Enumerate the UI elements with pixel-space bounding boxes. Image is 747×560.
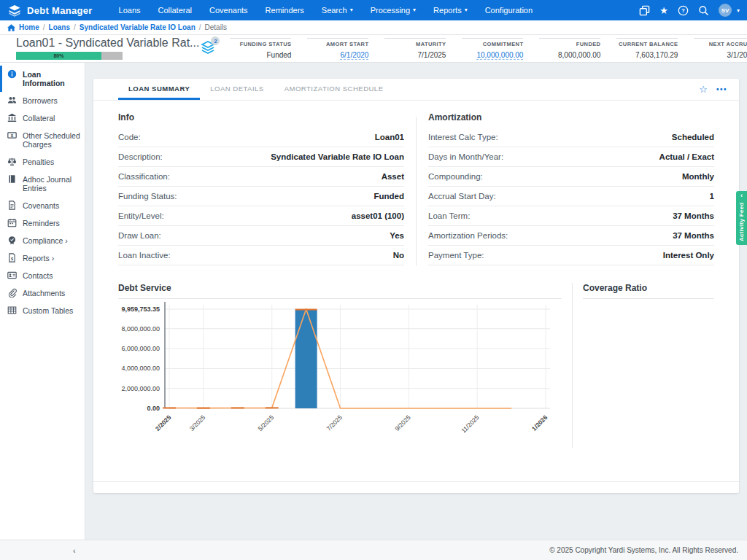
debt-service-section: Debt Service 9,959,753.358,000,000.006,0…: [118, 283, 562, 448]
collapse-sidebar-icon[interactable]: ‹: [73, 546, 76, 555]
collateral-bank-icon: [7, 113, 17, 122]
sidebar-item-reminders[interactable]: Reminders: [0, 214, 85, 232]
breadcrumb-loan-name[interactable]: Syndicated Variable Rate IO Loan: [80, 23, 196, 31]
field-label: Loan Inactive:: [118, 251, 171, 260]
stat-label: FUNDED: [539, 41, 600, 47]
more-options-icon[interactable]: •••: [716, 85, 727, 93]
svg-text:5/2025: 5/2025: [257, 413, 276, 432]
stat-funded: FUNDED 8,000,000.00: [539, 38, 600, 61]
sidebar-item-borrowers[interactable]: Borrowers: [0, 92, 85, 109]
sidebar-item-adhoc-journal-entries[interactable]: Adhoc Journal Entries: [0, 171, 85, 197]
sidebar-item-penalties[interactable]: Penalties: [0, 153, 85, 171]
coverage-ratio-section: Coverage Ratio: [583, 283, 714, 448]
stat-value-link[interactable]: 10,000,000.00: [476, 51, 523, 60]
avatar[interactable]: SV: [719, 4, 732, 17]
sidebar-item-compliance[interactable]: Compliance ›: [0, 232, 85, 249]
chevron-down-icon: ▾: [413, 7, 416, 13]
svg-text:7/2025: 7/2025: [325, 413, 344, 432]
field-value: Scheduled: [672, 133, 714, 141]
favorites-star-icon[interactable]: ★: [659, 6, 668, 15]
info-row: Entity/Level:asset01 (100): [118, 206, 404, 226]
sidebar-item-attachments[interactable]: Attachments: [0, 284, 85, 302]
sidebar-item-other-scheduled-charges[interactable]: $ Other Scheduled Charges: [0, 127, 85, 153]
field-value: 37 Months: [673, 211, 714, 220]
field-value: Funded: [374, 192, 404, 201]
app-brand[interactable]: Debt Manager: [7, 4, 93, 17]
sidebar-item-custom-tables[interactable]: Custom Tables: [0, 302, 85, 319]
stat-current-balance: CURRENT BALANCE 7,603,170.29: [616, 38, 678, 61]
sidebar-item-label: Loan Information: [23, 70, 82, 88]
stat-label: FUNDING STATUS: [230, 41, 291, 47]
amortization-row: Interest Calc Type:Scheduled: [428, 128, 714, 147]
stat-commitment: COMMITMENT 10,000,000.00: [462, 38, 523, 61]
footer: ‹ © 2025 Copyright Yardi Systems, Inc. A…: [0, 540, 747, 560]
home-icon[interactable]: [7, 24, 15, 31]
nav-item-reports[interactable]: Reports▾: [425, 0, 476, 20]
app-title: Debt Manager: [27, 5, 93, 16]
reminders-calendar-icon: [7, 218, 17, 228]
svg-text:$: $: [11, 133, 14, 138]
field-label: Interest Calc Type:: [428, 133, 498, 141]
favorite-star-icon[interactable]: ☆: [699, 84, 708, 95]
stat-label: AMORT START: [307, 41, 368, 47]
tab-loan-summary[interactable]: LOAN SUMMARY: [118, 79, 200, 100]
nav-item-processing[interactable]: Processing▾: [362, 0, 425, 20]
sidebar-item-contacts[interactable]: Contacts: [0, 267, 85, 284]
nav-item-configuration[interactable]: Configuration: [476, 0, 541, 20]
nav-item-collateral[interactable]: Collateral: [150, 0, 201, 20]
field-label: Amortization Periods:: [428, 231, 508, 240]
field-value: Syndicated Variable Rate IO Loan: [271, 152, 404, 161]
nav-label: Search: [322, 6, 347, 15]
breadcrumb-home[interactable]: Home: [19, 23, 39, 31]
stat-label: COMMITMENT: [462, 41, 523, 47]
nav-item-reminders[interactable]: Reminders: [257, 0, 313, 20]
field-value: 37 Months: [673, 231, 714, 240]
nav-item-search[interactable]: Search▾: [313, 0, 362, 20]
sidebar-item-label: Custom Tables: [23, 306, 73, 315]
loan-versions-button[interactable]: 2: [199, 39, 217, 57]
nav-label: Reminders: [266, 6, 304, 15]
sidebar-item-covenants[interactable]: Covenants: [0, 197, 85, 214]
sidebar-item-collateral[interactable]: Collateral: [0, 109, 85, 127]
loan-summary-card: LOAN SUMMARY LOAN DETAILS AMORTIZATION S…: [93, 79, 739, 493]
stat-value: 7/1/2025: [384, 51, 446, 59]
sidebar-item-label: Attachments: [23, 289, 65, 298]
svg-text:2/2025: 2/2025: [154, 413, 173, 432]
section-divider: [416, 117, 417, 265]
tab-amortization-schedule[interactable]: AMORTIZATION SCHEDULE: [274, 79, 394, 100]
covenants-document-icon: [7, 201, 17, 210]
activity-feed-tab[interactable]: ‹ Activity Feed: [736, 191, 747, 245]
sidebar: Loan Information Borrowers Collateral $ …: [0, 63, 85, 540]
section-title: Info: [118, 112, 404, 128]
amortization-row: Payment Type:Interest Only: [428, 246, 714, 265]
chevron-down-icon: ▾: [465, 7, 468, 13]
help-icon[interactable]: ?: [678, 5, 689, 16]
svg-text:11/2025: 11/2025: [460, 413, 481, 435]
window-restore-icon[interactable]: [639, 5, 650, 16]
sidebar-item-label: Compliance ›: [23, 236, 68, 245]
nav-item-loans[interactable]: Loans: [110, 0, 150, 20]
info-row: Description:Syndicated Variable Rate IO …: [118, 147, 404, 167]
amortization-row: Accrual Start Day:1: [428, 187, 714, 206]
sidebar-item-label: Penalties: [23, 158, 54, 166]
stat-value-link[interactable]: 6/1/2020: [340, 51, 368, 60]
svg-text:9,959,753.35: 9,959,753.35: [121, 306, 160, 313]
svg-text:?: ?: [681, 7, 685, 14]
stat-label: MATURITY: [384, 41, 446, 47]
search-icon[interactable]: [698, 5, 709, 16]
info-icon: [7, 69, 17, 79]
breadcrumb-loans[interactable]: Loans: [49, 23, 70, 31]
charts-row: Debt Service 9,959,753.358,000,000.006,0…: [93, 265, 739, 448]
tab-loan-details[interactable]: LOAN DETAILS: [200, 79, 274, 100]
amortization-row: Amortization Periods:37 Months: [428, 226, 714, 246]
sidebar-item-loan-information[interactable]: Loan Information: [0, 66, 85, 92]
chevron-down-icon[interactable]: ▾: [737, 7, 740, 14]
card-bottom-divider: [93, 481, 739, 482]
borrowers-icon: [7, 96, 17, 105]
stat-value: 7,603,170.29: [616, 51, 678, 59]
sidebar-item-reports[interactable]: $ Reports ›: [0, 249, 85, 267]
svg-text:4,000,000.00: 4,000,000.00: [121, 365, 160, 372]
loan-stats-strip: FUNDING STATUS Funded AMORT START 6/1/20…: [217, 35, 747, 61]
nav-item-covenants[interactable]: Covenants: [201, 0, 257, 20]
stat-label: CURRENT BALANCE: [616, 41, 678, 47]
